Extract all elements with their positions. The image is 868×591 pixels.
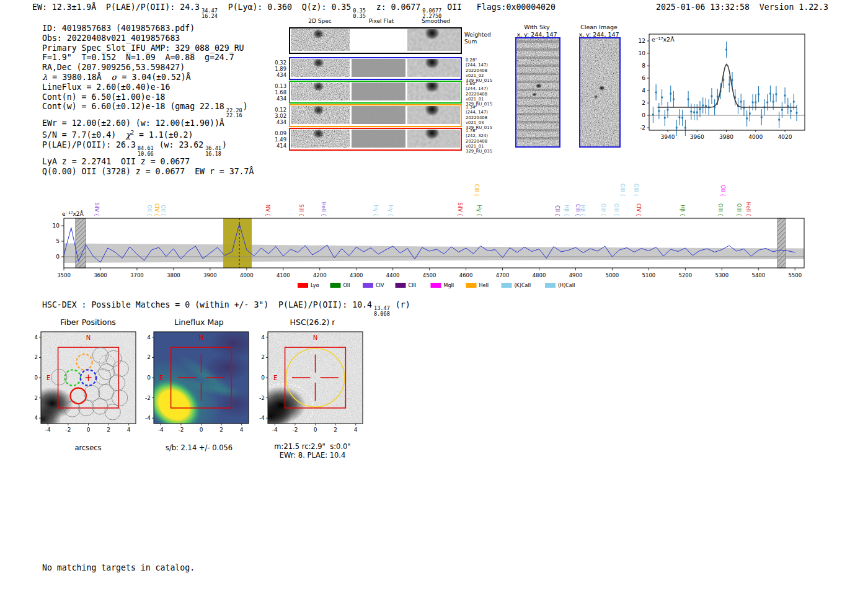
line-label-HeII: HeII {: [321, 202, 326, 216]
line-label-OIII: OIII {: [600, 203, 606, 216]
svg-text:0: 0: [314, 427, 317, 433]
svg-text:-4: -4: [35, 415, 38, 421]
info-line-4: F=1.9" T=0.152 N=1.09 A=0.88 g=24.7: [42, 53, 254, 63]
smoothed-strip: [407, 130, 460, 148]
info-line-7: LineFlux = 2.60(±0.40)e-16: [42, 82, 254, 92]
svg-text:(K)CaII: (K)CaII: [515, 283, 531, 288]
2d-spec-strip: [291, 106, 350, 124]
svg-text:0: 0: [147, 375, 151, 381]
cutout-row-weights: 0.123.02434: [269, 107, 286, 125]
svg-text:CIV: CIV: [376, 283, 384, 288]
col-header-pixel-flat: Pixel Flat: [353, 18, 409, 24]
svg-text:0: 0: [35, 375, 38, 381]
info-line-8: Cont(n) = 6.50(±1.00)e-18: [42, 92, 254, 102]
info-line-6-text: = 3980.18Å: [47, 73, 111, 82]
svg-text:3500: 3500: [57, 272, 71, 278]
svg-text:3960: 3960: [690, 134, 704, 140]
cutout-row-annotation: 1.34"(244, 147)20220408v021_03329_RU_015: [466, 105, 504, 130]
line-label-Hγ: Hγ {: [373, 205, 378, 216]
svg-text:3600: 3600: [94, 272, 107, 278]
svg-text:N: N: [313, 334, 317, 341]
cutout-row-2: [289, 81, 462, 104]
smoothed-strip: [407, 29, 460, 51]
svg-text:4: 4: [261, 334, 265, 340]
svg-text:4200: 4200: [313, 272, 327, 278]
svg-text:4: 4: [642, 87, 645, 94]
cutout-row-annotation: 1.78"(242, 324)20220408v021_01329_RU_035: [466, 128, 504, 154]
svg-text:2: 2: [261, 354, 265, 360]
info-line-7-text: LineFlux = 2.60(±0.40)e-16: [42, 82, 170, 92]
svg-text:2: 2: [334, 427, 337, 433]
svg-text:6: 6: [642, 75, 645, 81]
svg-text:4800: 4800: [533, 272, 546, 278]
report-date: 2025-01-06 13:32:58: [656, 2, 750, 12]
line-label-SiIV: SiIV {: [457, 202, 463, 216]
line-label-CII: CII {: [554, 205, 560, 216]
lineflux-map-xlabel: s/b: 2.14 +/- 0.056: [143, 443, 255, 452]
legend-swatch-(H)CaII: [545, 283, 556, 288]
info-line-12: P(LAE)/P(OII): 26.384.6110.66 (w: 23.623…: [42, 140, 254, 157]
info-line-11-text: = 1.1(±0.2): [134, 130, 193, 140]
zoom-chart-svg: -202468101239403960398040004020e⁻¹⁷x2Å: [636, 31, 812, 146]
svg-text:5200: 5200: [679, 272, 693, 278]
info-line-1-text: ID: 4019857683 (4019857683.pdf): [42, 24, 195, 33]
pixel-flat-strip: [352, 59, 405, 77]
legend-swatch-MgII: [431, 283, 441, 288]
svg-text:CIII: CIII: [409, 283, 417, 288]
2d-spec-strip: [291, 59, 350, 77]
svg-text:0: 0: [642, 112, 645, 118]
line-label-OII: OII {: [720, 185, 725, 197]
smoothed-strip: [407, 82, 460, 100]
svg-text:E: E: [273, 375, 277, 381]
hsc-cutout-panel: HSC(26.2) r NE-4-4-2-2002244 m:21.5 rc:2…: [253, 318, 372, 460]
hsc-cutout-plot: NE-4-4-2-2002244: [253, 327, 372, 442]
svg-text:4700: 4700: [496, 272, 510, 278]
lineflux-map-panel: Lineflux Map NE-4-4-2-2002244 s/b: 2.14 …: [143, 318, 255, 452]
pixel-flat-strip: [352, 29, 405, 51]
pixel-flat-strip: [352, 130, 405, 148]
info-line-5: RA,Dec (207.909256,53.598427): [42, 63, 254, 73]
svg-text:12: 12: [639, 38, 645, 44]
hsc-match-summary: HSC-DEX : Possible Matches = 0 (within +…: [42, 300, 410, 317]
svg-text:0: 0: [261, 375, 265, 381]
cutout-row-4: [289, 128, 462, 151]
hsc-line-text: HSC-DEX : Possible Matches = 0 (within +…: [42, 300, 372, 309]
info-line-12-text: (w: 23.62: [154, 140, 203, 149]
svg-text:2: 2: [219, 427, 223, 433]
cutout-row-1: [289, 57, 462, 80]
legend-swatch-HeII: [466, 283, 477, 288]
line-label-NV: NV {: [265, 205, 270, 216]
info-line-12-text: P(LAE)/P(OII): 26.3: [42, 140, 136, 149]
svg-text:4300: 4300: [350, 272, 363, 278]
info-line-1: ID: 4019857683 (4019857683.pdf): [42, 24, 254, 33]
fiber-positions-title: Fiber Positions: [35, 318, 141, 327]
clean-image: [579, 37, 621, 148]
line-label-CIV: CIV {: [636, 203, 641, 216]
cutout-row-weights: 0.321.89434: [269, 60, 286, 78]
svg-text:-2: -2: [35, 395, 38, 401]
header-timestamp: 2025-01-06 13:32:58 Version 1.22.3: [656, 2, 828, 12]
info-line-10-text: EWr = 12.00(±2.60) (w: 12.00(±1.90))Å: [42, 118, 224, 128]
svg-text:2: 2: [35, 354, 38, 360]
svg-text:-4: -4: [145, 415, 151, 421]
svg-text:0: 0: [87, 427, 91, 433]
fiber-positions-xlabel: arcsecs: [35, 443, 141, 452]
svg-text:HeII: HeII: [479, 283, 489, 288]
svg-text:-4: -4: [45, 427, 51, 433]
svg-text:4: 4: [240, 427, 244, 433]
pixel-flat-strip: [352, 106, 405, 124]
svg-text:4600: 4600: [459, 272, 473, 278]
cutout-row-0: [289, 27, 462, 54]
col-header-smoothed: Smoothed: [408, 18, 464, 24]
2d-spec-strip: [291, 29, 350, 51]
svg-text:0: 0: [56, 254, 60, 260]
svg-text:4500: 4500: [423, 272, 436, 278]
line-label-OIII: OIII {: [619, 184, 625, 197]
svg-text:2: 2: [147, 354, 151, 360]
line-label-Hβ: Hβ {: [564, 205, 569, 216]
2d-spec-strip: [291, 130, 350, 148]
line-label-Hβ: Hβ {: [680, 205, 685, 216]
cutout-row-weights: 0.091.49414: [269, 130, 286, 149]
line-label-Hβ: Hβ {: [580, 205, 585, 216]
fiber-positions-panel: Fiber Positions NE-4-4-2-2002244 arcsecs: [35, 318, 141, 452]
